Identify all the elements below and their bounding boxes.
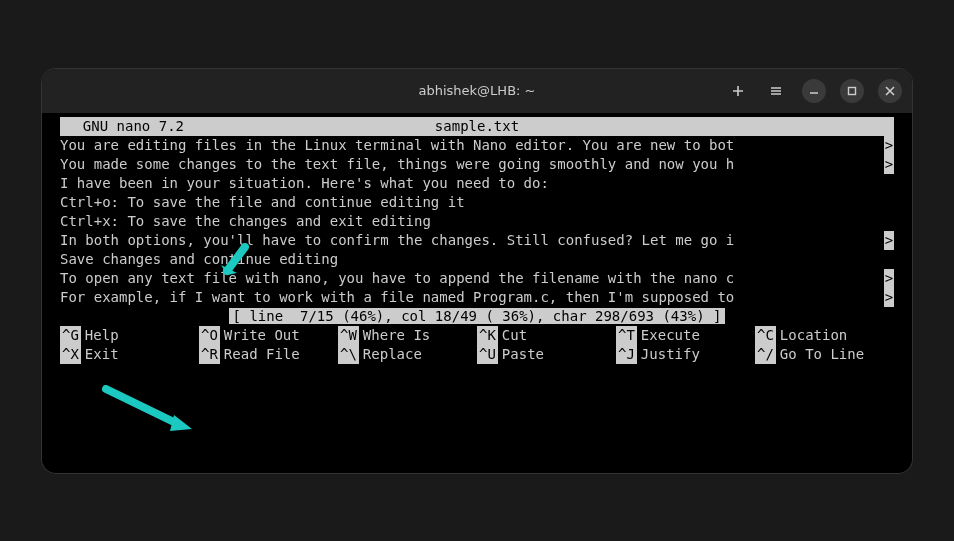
minimize-button[interactable]: [802, 79, 826, 103]
editor-line: Ctrl+x: To save the changes and exit edi…: [60, 212, 894, 231]
shortcut-label: Read File: [220, 345, 300, 364]
window-controls: [726, 79, 902, 103]
close-button[interactable]: [878, 79, 902, 103]
editor-line: You made some changes to the text file, …: [60, 155, 894, 174]
shortcut-key: ^U: [477, 345, 498, 364]
shortcut-key: ^/: [755, 345, 776, 364]
shortcut-label: Where Is: [359, 326, 430, 345]
new-tab-button[interactable]: [726, 79, 750, 103]
hamburger-menu-button[interactable]: [764, 79, 788, 103]
shortcut-item: ^XExit: [60, 345, 199, 364]
maximize-button[interactable]: [840, 79, 864, 103]
shortcut-key: ^C: [755, 326, 776, 345]
editor-line-text: In both options, you'll have to confirm …: [60, 231, 884, 250]
line-truncated-indicator: >: [884, 269, 894, 288]
shortcut-key: ^T: [616, 326, 637, 345]
editor-line-text: For example, if I want to work with a fi…: [60, 288, 884, 307]
nano-filename: sample.txt: [190, 117, 764, 136]
shortcut-item: ^UPaste: [477, 345, 616, 364]
window-title: abhishek@LHB: ~: [419, 83, 536, 98]
shortcut-row-1: ^GHelp^OWrite Out^WWhere Is^KCut^TExecut…: [60, 326, 894, 345]
svg-rect-0: [849, 87, 856, 94]
editor-line: You are editing files in the Linux termi…: [60, 136, 894, 155]
shortcut-label: Replace: [359, 345, 422, 364]
shortcut-item: ^JJustify: [616, 345, 755, 364]
shortcut-label: Cut: [498, 326, 527, 345]
shortcut-label: Location: [776, 326, 847, 345]
editor-line: Save changes and continue editing: [60, 250, 894, 269]
titlebar: abhishek@LHB: ~: [42, 69, 912, 113]
status-text: [ line 7/15 (46%), col 18/49 ( 36%), cha…: [229, 308, 726, 324]
editor-line-text: Save changes and continue editing: [60, 250, 894, 269]
editor-line: For example, if I want to work with a fi…: [60, 288, 894, 307]
editor-line-text: To open any text file with nano, you hav…: [60, 269, 884, 288]
shortcut-row-2: ^XExit^RRead File^\Replace^UPaste^JJusti…: [60, 345, 894, 364]
shortcut-item: ^\Replace: [338, 345, 477, 364]
line-truncated-indicator: >: [884, 136, 894, 155]
shortcut-label: Paste: [498, 345, 544, 364]
shortcut-item: ^TExecute: [616, 326, 755, 345]
editor-line: Ctrl+o: To save the file and continue ed…: [60, 193, 894, 212]
shortcut-item: ^KCut: [477, 326, 616, 345]
nano-header-bar: GNU nano 7.2 sample.txt: [60, 117, 894, 136]
shortcut-label: Write Out: [220, 326, 300, 345]
terminal-pane[interactable]: GNU nano 7.2 sample.txt You are editing …: [42, 113, 912, 473]
shortcut-key: ^W: [338, 326, 359, 345]
status-line: [ line 7/15 (46%), col 18/49 ( 36%), cha…: [60, 307, 894, 326]
annotation-arrow-2: [100, 385, 200, 435]
shortcut-key: ^K: [477, 326, 498, 345]
editor-line-text: You made some changes to the text file, …: [60, 155, 884, 174]
editor-line: In both options, you'll have to confirm …: [60, 231, 894, 250]
editor-body[interactable]: You are editing files in the Linux termi…: [60, 136, 894, 307]
shortcut-label: Execute: [637, 326, 700, 345]
shortcut-key: ^O: [199, 326, 220, 345]
shortcut-key: ^R: [199, 345, 220, 364]
shortcut-key: ^\: [338, 345, 359, 364]
shortcut-key: ^X: [60, 345, 81, 364]
shortcut-label: Justify: [637, 345, 700, 364]
editor-line-text: Ctrl+x: To save the changes and exit edi…: [60, 212, 894, 231]
shortcut-item: ^WWhere Is: [338, 326, 477, 345]
shortcut-label: Go To Line: [776, 345, 864, 364]
shortcut-key: ^G: [60, 326, 81, 345]
shortcut-item: ^/Go To Line: [755, 345, 894, 364]
editor-line-text: Ctrl+o: To save the file and continue ed…: [60, 193, 894, 212]
shortcut-item: ^OWrite Out: [199, 326, 338, 345]
line-truncated-indicator: >: [884, 155, 894, 174]
shortcut-item: ^RRead File: [199, 345, 338, 364]
shortcut-label: Exit: [81, 345, 119, 364]
line-truncated-indicator: >: [884, 288, 894, 307]
editor-line-text: You are editing files in the Linux termi…: [60, 136, 884, 155]
shortcut-item: ^CLocation: [755, 326, 894, 345]
shortcut-item: ^GHelp: [60, 326, 199, 345]
editor-line-text: I have been in your situation. Here's wh…: [60, 174, 894, 193]
editor-line: To open any text file with nano, you hav…: [60, 269, 894, 288]
shortcut-key: ^J: [616, 345, 637, 364]
shortcut-label: Help: [81, 326, 119, 345]
terminal-window: abhishek@LHB: ~ GNU nano 7.2 sample.txt: [42, 69, 912, 473]
line-truncated-indicator: >: [884, 231, 894, 250]
nano-version: GNU nano 7.2: [60, 117, 190, 136]
editor-line: I have been in your situation. Here's wh…: [60, 174, 894, 193]
